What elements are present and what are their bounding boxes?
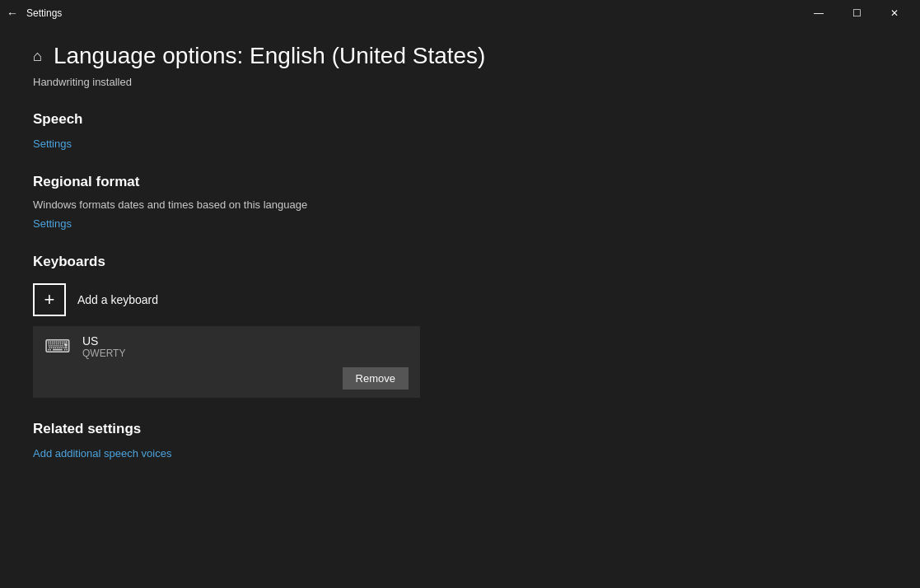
title-bar: ← Settings — ☐ ✕ — [0, 0, 920, 26]
minimize-button[interactable]: — — [800, 0, 838, 26]
add-keyboard-label: Add a keyboard — [77, 293, 158, 306]
speech-section: Speech Settings — [33, 111, 887, 151]
close-button[interactable]: ✕ — [876, 0, 913, 26]
keyboards-section: Keyboards + Add a keyboard ⌨ US QWERTY R… — [33, 254, 887, 398]
related-settings-section: Related settings Add additional speech v… — [33, 421, 887, 460]
keyboards-section-title: Keyboards — [33, 254, 887, 270]
page-title: Language options: English (United States… — [54, 43, 486, 69]
back-button[interactable]: ← — [7, 7, 18, 20]
remove-keyboard-button[interactable]: Remove — [343, 367, 409, 390]
keyboard-item: ⌨ US QWERTY Remove — [33, 326, 420, 398]
add-speech-voices-link[interactable]: Add additional speech voices — [33, 447, 171, 460]
regional-format-title: Regional format — [33, 174, 887, 190]
regional-format-section: Regional format Windows formats dates an… — [33, 174, 887, 231]
home-icon[interactable]: ⌂ — [33, 48, 42, 65]
maximize-button[interactable]: ☐ — [838, 0, 876, 26]
add-keyboard-button[interactable]: + Add a keyboard — [33, 278, 158, 321]
main-content: ⌂ Language options: English (United Stat… — [0, 26, 920, 588]
speech-section-title: Speech — [33, 111, 887, 128]
regional-settings-link[interactable]: Settings — [33, 217, 72, 230]
speech-settings-link[interactable]: Settings — [33, 138, 72, 150]
window-controls: — ☐ ✕ — [800, 0, 913, 26]
add-keyboard-icon: + — [33, 283, 66, 316]
title-bar-left: ← Settings — [7, 7, 62, 20]
app-title: Settings — [26, 7, 62, 19]
handwriting-status: Handwriting installed — [33, 76, 887, 88]
keyboard-subname: QWERTY — [82, 348, 125, 359]
keyboard-item-details: US QWERTY — [82, 334, 125, 359]
related-settings-title: Related settings — [33, 421, 887, 437]
keyboard-item-bottom: Remove — [44, 367, 409, 390]
page-header: ⌂ Language options: English (United Stat… — [33, 43, 887, 69]
keyboard-name: US — [82, 334, 125, 348]
keyboard-item-icon: ⌨ — [44, 336, 71, 357]
keyboard-item-top: ⌨ US QWERTY — [44, 334, 409, 359]
regional-format-description: Windows formats dates and times based on… — [33, 198, 887, 211]
